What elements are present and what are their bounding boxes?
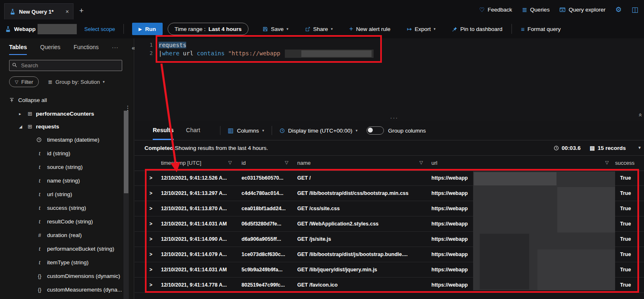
chevron-down-icon: ▾ <box>103 80 105 84</box>
tree-table-performancecounters[interactable]: ▸ ⊞ performanceCounters <box>0 107 134 120</box>
record-count-value: 15 records <box>598 145 626 151</box>
tree-field-duration[interactable]: # duration (real) <box>0 228 134 242</box>
format-query-button[interactable]: ≡ Format query <box>519 25 563 33</box>
filter-funnel-icon[interactable]: ▽ <box>285 160 288 165</box>
filter-funnel-icon[interactable]: ▽ <box>605 160 608 165</box>
pin-to-dashboard-button[interactable]: Pin to dashboard <box>450 26 505 33</box>
string-type-icon: t <box>36 246 43 252</box>
select-scope-link[interactable]: Select scope <box>84 26 115 32</box>
tab-tables[interactable]: Tables <box>9 44 27 55</box>
field-label: resultCode (string) <box>47 218 93 225</box>
tree-field-id[interactable]: t id (string) <box>0 147 134 160</box>
tree-field-source[interactable]: t source (string) <box>0 160 134 174</box>
chevron-down-icon: ▾ <box>286 27 289 31</box>
tree-table-requests[interactable]: ◢ ⊞ requests <box>0 120 134 133</box>
chevron-expanded-icon[interactable]: ◢ <box>19 124 24 129</box>
filter-funnel-icon[interactable]: ▽ <box>228 160 232 165</box>
search-input[interactable] <box>9 60 122 71</box>
cell-timestamp: 12/10/2021, 9:41:14.079 A... <box>161 247 232 262</box>
expand-row-icon[interactable]: > <box>149 232 156 247</box>
group-columns-toggle[interactable] <box>367 126 384 135</box>
expand-results-icon[interactable]: ▾ <box>638 145 641 150</box>
record-count: ▤ 15 records <box>590 145 626 151</box>
column-header-id[interactable]: id <box>242 160 246 166</box>
columns-label: Columns <box>237 128 259 134</box>
cell-success: True <box>620 186 644 201</box>
expand-row-icon[interactable]: > <box>149 216 156 231</box>
expand-row-icon[interactable]: > <box>149 247 156 262</box>
scrollbar-thumb[interactable] <box>124 111 128 193</box>
column-header-url[interactable]: url <box>431 160 437 166</box>
command-bar: Webapp Select scope ▶ Run Time range : L… <box>0 19 644 38</box>
tree-field-custommeasurements[interactable]: {} customMeasurements (dyna... <box>0 283 134 297</box>
tree-field-name[interactable]: t name (string) <box>0 174 134 187</box>
export-button[interactable]: ↦ Export ▾ <box>405 25 438 33</box>
overflow-menu-icon[interactable]: ··· <box>112 44 118 55</box>
tree-field-customdimensions[interactable]: {} customDimensions (dynamic) <box>0 269 134 283</box>
column-header-timestamp[interactable]: timestamp [UTC] <box>161 160 201 166</box>
expand-row-icon[interactable]: > <box>149 171 156 185</box>
query-explorer-label: Query explorer <box>568 7 605 13</box>
column-header-name[interactable]: name <box>297 160 311 166</box>
tree-field-performancebucket[interactable]: t performanceBucket (string) <box>0 242 134 256</box>
cell-id: 1ce073d8cf630c... <box>242 247 295 262</box>
cell-name: GET /favicon.ico <box>297 278 430 292</box>
column-header-success[interactable]: success <box>615 160 635 166</box>
expand-row-icon[interactable]: > <box>149 201 156 216</box>
format-lines-icon: ≡ <box>521 26 525 33</box>
new-alert-rule-button[interactable]: + New alert rule <box>347 25 393 33</box>
field-label: id (string) <box>47 150 70 157</box>
expand-row-icon[interactable]: > <box>149 186 156 201</box>
chevron-right-icon[interactable]: ▸ <box>19 112 24 116</box>
new-tab-button[interactable]: + <box>79 7 84 15</box>
tree-field-timestamp[interactable]: timestamp (datetime) <box>0 133 134 147</box>
cell-timestamp: 12/10/2021, 9:41:14.090 A... <box>161 232 232 247</box>
tab-functions[interactable]: Functions <box>73 44 99 55</box>
tree-field-resultcode[interactable]: t resultCode (string) <box>0 215 134 228</box>
display-time-dropdown[interactable]: Display time (UTC+00:00) ▾ <box>279 128 358 134</box>
time-range-picker[interactable]: Time range : Last 4 hours <box>168 23 249 35</box>
collapse-editor-icon[interactable]: « <box>637 113 644 116</box>
save-button[interactable]: Save ▾ <box>260 26 291 33</box>
results-grid-header: timestamp [UTC] ▽ id ▽ name ▽ url ▽ succ… <box>135 156 644 171</box>
status-message: Showing results from the last 4 hours. <box>175 145 268 151</box>
toggle-knob <box>368 128 373 133</box>
columns-dropdown[interactable]: ▥ Columns ▾ <box>228 127 264 134</box>
run-button[interactable]: ▶ Run <box>132 23 163 35</box>
query-tab[interactable]: New Query 1* × <box>4 3 73 19</box>
queries-list-icon: ≣ <box>522 7 528 13</box>
queries-button[interactable]: ≣ Queries <box>522 7 550 13</box>
cell-timestamp: 12/10/2021, 9:41:14.031 AM <box>161 262 232 277</box>
group-by-dropdown[interactable]: ≣ Group by: Solution ▾ <box>48 79 104 85</box>
query-editor[interactable]: 1 requests 2 |where url contains "https:… <box>135 38 644 121</box>
side-panel-icon[interactable]: ◫ <box>632 6 638 13</box>
tree-field-itemtype[interactable]: t itemType (string) <box>0 256 134 269</box>
tab-chart[interactable]: Chart <box>186 121 200 140</box>
close-tab-icon[interactable]: × <box>66 8 69 15</box>
gear-icon[interactable]: ⚙ <box>616 6 622 13</box>
query-explorer-button[interactable]: Query explorer <box>559 7 605 13</box>
elapsed-value: 00:03.6 <box>562 145 581 151</box>
query-explorer-icon <box>559 7 566 13</box>
expand-row-icon[interactable]: > <box>149 278 156 292</box>
tab-results[interactable]: Results <box>153 121 174 140</box>
cell-name: GET /lib/bootstrap/dist/css/bootstrap.mi… <box>297 186 430 201</box>
run-label: Run <box>145 26 156 32</box>
expand-row-icon[interactable]: > <box>149 262 156 277</box>
feedback-button[interactable]: ♡ Feedback <box>479 7 512 13</box>
cell-timestamp: 12/10/2021, 9:41:14.778 A... <box>161 278 232 292</box>
collapse-all-icon <box>9 97 14 103</box>
tree-field-success[interactable]: t success (string) <box>0 201 134 215</box>
filter-button[interactable]: ▽ Filter <box>9 76 39 87</box>
collapse-all-button[interactable]: Collapse all <box>9 97 134 103</box>
share-label: Share <box>313 26 328 32</box>
sidebar-scrollbar[interactable] <box>123 111 129 299</box>
export-icon: ↦ <box>407 26 412 32</box>
string-type-icon: t <box>36 259 43 266</box>
tab-queries[interactable]: Queries <box>40 44 60 55</box>
filter-funnel-icon[interactable]: ▽ <box>419 160 423 165</box>
tree-field-url[interactable]: t url (string) <box>0 187 134 201</box>
share-button[interactable]: Share ▾ <box>303 26 336 33</box>
panel-resize-handle[interactable]: ··· <box>390 114 398 121</box>
table-icon: ⊞ <box>28 123 32 130</box>
